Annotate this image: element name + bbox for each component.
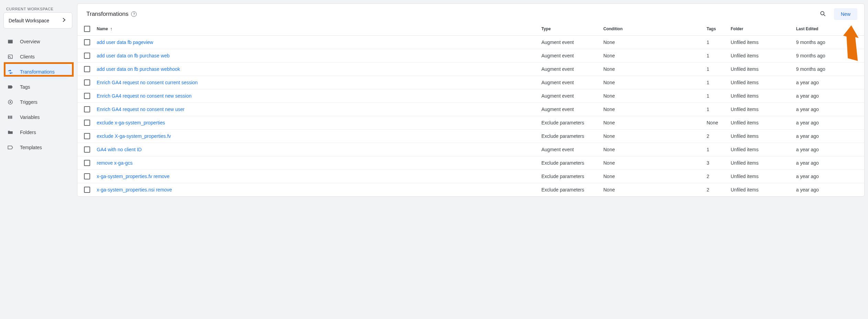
search-button[interactable]	[817, 8, 829, 20]
sidebar-item-label: Tags	[20, 84, 30, 90]
sidebar-item-clients[interactable]: Clients	[3, 49, 72, 64]
row-type: Augment event	[541, 53, 603, 58]
row-checkbox[interactable]	[84, 160, 90, 166]
row-checkbox[interactable]	[84, 106, 90, 112]
row-condition: None	[603, 53, 707, 58]
row-checkbox[interactable]	[84, 53, 90, 59]
row-name-link[interactable]: add user data on fb purchase web	[97, 53, 541, 58]
row-tags: 1	[707, 53, 731, 58]
table-row[interactable]: add user data fb pageviewAugment eventNo…	[77, 36, 864, 49]
row-condition: None	[603, 40, 707, 45]
column-header-type[interactable]: Type	[541, 26, 603, 31]
sidebar-item-label: Variables	[20, 114, 40, 120]
sidebar-item-variables[interactable]: Variables	[3, 110, 72, 125]
workspace-name: Default Workspace	[9, 18, 49, 23]
triggers-icon	[7, 99, 14, 106]
sidebar-item-label: Clients	[20, 54, 35, 59]
row-lastedited: a year ago	[796, 80, 858, 85]
row-tags: 1	[707, 66, 731, 72]
overview-icon	[7, 38, 14, 45]
row-tags: 1	[707, 107, 731, 112]
row-tags: 1	[707, 80, 731, 85]
row-type: Exclude parameters	[541, 174, 603, 179]
row-name-link[interactable]: remove x-ga-gcs	[97, 160, 541, 166]
row-checkbox[interactable]	[84, 120, 90, 126]
table-row[interactable]: Enrich GA4 request no consent new sessio…	[77, 89, 864, 103]
row-checkbox[interactable]	[84, 93, 90, 99]
table-row[interactable]: exclude X-ga-system_properties.fvExclude…	[77, 130, 864, 143]
table-row[interactable]: add user data on fb purchase webhookAugm…	[77, 63, 864, 76]
column-header-tags[interactable]: Tags	[707, 26, 731, 31]
table-row[interactable]: x-ga-system_properties.nsi removeExclude…	[77, 183, 864, 196]
table-row[interactable]: x-ga-system_properties.fv removeExclude …	[77, 170, 864, 183]
sidebar-item-tags[interactable]: Tags	[3, 79, 72, 95]
sidebar-item-templates[interactable]: Templates	[3, 140, 72, 155]
table-header: Name ↑ Type Condition Tags Folder Last E…	[77, 24, 864, 36]
workspace-selector[interactable]: Default Workspace	[3, 12, 72, 29]
row-condition: None	[603, 174, 707, 179]
row-condition: None	[603, 120, 707, 125]
row-lastedited: a year ago	[796, 133, 858, 139]
sidebar-item-transformations[interactable]: Transformations	[3, 64, 72, 79]
row-checkbox[interactable]	[84, 146, 90, 153]
row-tags: 2	[707, 133, 731, 139]
row-type: Exclude parameters	[541, 120, 603, 125]
row-checkbox[interactable]	[84, 39, 90, 45]
row-name-link[interactable]: GA4 with no client ID	[97, 147, 541, 152]
row-checkbox[interactable]	[84, 187, 90, 193]
transformations-icon	[7, 68, 14, 75]
select-all-checkbox[interactable]	[84, 26, 90, 32]
table-row[interactable]: Enrich GA4 request no consent new userAu…	[77, 103, 864, 116]
table-row[interactable]: add user data on fb purchase webAugment …	[77, 49, 864, 63]
row-name-link[interactable]: exclude X-ga-system_properties.fv	[97, 133, 541, 139]
main-panel: Transformations ? New Name ↑ Type Condit…	[77, 3, 865, 197]
sidebar-item-folders[interactable]: Folders	[3, 125, 72, 140]
clients-icon	[7, 53, 14, 60]
column-name-label: Name	[97, 26, 108, 31]
new-button[interactable]: New	[834, 8, 857, 20]
row-name-link[interactable]: exclude x-ga-system_properties	[97, 120, 541, 125]
row-checkbox[interactable]	[84, 66, 90, 72]
table-row[interactable]: remove x-ga-gcsExclude parametersNone3Un…	[77, 156, 864, 170]
row-lastedited: a year ago	[796, 147, 858, 152]
column-header-lastedited[interactable]: Last Edited	[796, 26, 858, 31]
column-header-name[interactable]: Name ↑	[97, 26, 541, 32]
sidebar-item-overview[interactable]: Overview	[3, 34, 72, 49]
help-icon[interactable]: ?	[131, 11, 137, 17]
sidebar-nav: Overview Clients Transformations Tags	[3, 34, 72, 155]
row-name-link[interactable]: Enrich GA4 request no consent current se…	[97, 80, 541, 85]
column-header-condition[interactable]: Condition	[603, 26, 707, 31]
row-lastedited: a year ago	[796, 107, 858, 112]
table-row[interactable]: Enrich GA4 request no consent current se…	[77, 76, 864, 89]
row-type: Augment event	[541, 147, 603, 152]
page-title: Transformations	[86, 11, 128, 18]
row-checkbox[interactable]	[84, 173, 90, 179]
templates-icon	[7, 144, 14, 151]
row-folder: Unfiled items	[731, 107, 796, 112]
row-lastedited: a year ago	[796, 93, 858, 99]
row-type: Exclude parameters	[541, 187, 603, 192]
row-lastedited: a year ago	[796, 120, 858, 125]
row-name-link[interactable]: x-ga-system_properties.fv remove	[97, 174, 541, 179]
row-type: Augment event	[541, 93, 603, 99]
row-condition: None	[603, 133, 707, 139]
row-lastedited: a year ago	[796, 174, 858, 179]
row-tags: None	[707, 120, 731, 125]
row-name-link[interactable]: x-ga-system_properties.nsi remove	[97, 187, 541, 192]
table-row[interactable]: exclude x-ga-system_propertiesExclude pa…	[77, 116, 864, 130]
row-folder: Unfiled items	[731, 187, 796, 192]
row-checkbox[interactable]	[84, 133, 90, 139]
sidebar-item-label: Folders	[20, 130, 36, 135]
row-name-link[interactable]: add user data on fb purchase webhook	[97, 66, 541, 72]
row-checkbox[interactable]	[84, 79, 90, 86]
row-name-link[interactable]: Enrich GA4 request no consent new user	[97, 107, 541, 112]
row-name-link[interactable]: Enrich GA4 request no consent new sessio…	[97, 93, 541, 99]
column-header-folder[interactable]: Folder	[731, 26, 796, 31]
table-body: add user data fb pageviewAugment eventNo…	[77, 36, 864, 196]
row-lastedited: 9 months ago	[796, 40, 858, 45]
sidebar-item-triggers[interactable]: Triggers	[3, 95, 72, 110]
table-row[interactable]: GA4 with no client IDAugment eventNone1U…	[77, 143, 864, 156]
row-name-link[interactable]: add user data fb pageview	[97, 40, 541, 45]
row-condition: None	[603, 187, 707, 192]
row-folder: Unfiled items	[731, 120, 796, 125]
